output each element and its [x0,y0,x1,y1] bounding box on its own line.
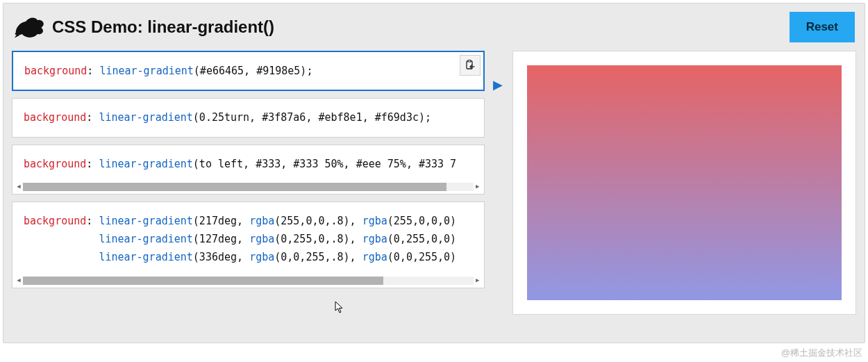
css-args: (to left, #333, #333 50%, #eee 75%, #333… [193,158,456,170]
css-args: (#e66465, #9198e5); [194,65,313,77]
code-line: background: linear-gradient(to left, #33… [12,145,484,183]
css-function: linear-gradient [99,111,192,124]
demo-card: CSS Demo: linear-gradient() Reset backgr… [3,3,865,343]
css-property: background [24,65,87,77]
watermark-text: @稀土掘金技术社区 [781,347,862,359]
clipboard-paste-icon[interactable] [460,55,481,76]
code-example-2[interactable]: background: linear-gradient(0.25turn, #3… [12,98,485,137]
body: background: linear-gradient(#e66465, #91… [3,51,865,323]
css-function: linear-gradient [99,65,193,77]
scroll-thumb[interactable] [23,277,383,285]
svg-rect-2 [468,60,471,63]
horizontal-scrollbar[interactable]: ◀ ▶ [12,277,484,288]
css-args: (0.25turn, #3f87a6, #ebf8e1, #f69d3c); [193,111,431,124]
css-property: background [24,111,86,124]
css-property: background [24,215,86,227]
scroll-right-icon[interactable]: ▶ [474,277,482,285]
header-left: CSS Demo: linear-gradient() [13,15,274,39]
scroll-track[interactable] [23,183,474,191]
reset-button[interactable]: Reset [790,12,855,42]
scroll-track[interactable] [23,277,474,285]
header: CSS Demo: linear-gradient() Reset [3,3,865,51]
code-examples-column: background: linear-gradient(#e66465, #91… [12,51,485,288]
code-line: background: linear-gradient(#e66465, #91… [13,52,483,90]
code-lines: background: linear-gradient(217deg, rgba… [12,202,484,277]
scroll-left-icon[interactable]: ◀ [15,277,23,285]
code-example-1[interactable]: background: linear-gradient(#e66465, #91… [12,51,485,91]
code-example-4[interactable]: background: linear-gradient(217deg, rgba… [12,201,485,288]
scroll-left-icon[interactable]: ◀ [15,183,23,191]
logo-icon [13,15,44,39]
code-line: background: linear-gradient(0.25turn, #3… [12,99,484,136]
scroll-thumb[interactable] [23,183,446,191]
scroll-right-icon[interactable]: ▶ [474,183,482,191]
horizontal-scrollbar[interactable]: ◀ ▶ [12,183,484,194]
preview-panel [512,51,856,315]
css-function: linear-gradient [99,158,192,170]
code-example-3[interactable]: background: linear-gradient(to left, #33… [12,145,485,195]
page-title: CSS Demo: linear-gradient() [52,17,274,37]
css-property: background [24,158,86,170]
gradient-preview [527,65,842,300]
selection-pointer-icon: ▶ [493,77,503,92]
